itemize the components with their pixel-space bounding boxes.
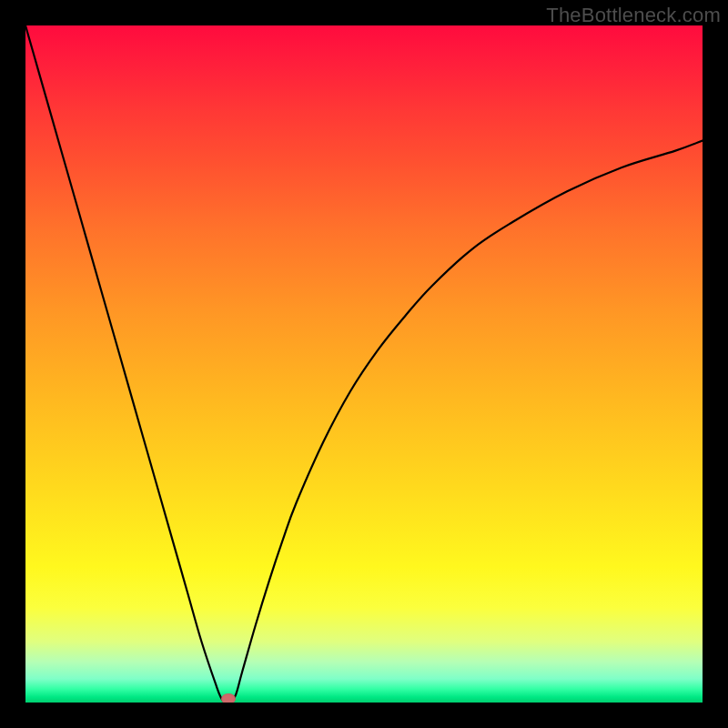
- chart-frame: TheBottleneck.com: [0, 0, 728, 728]
- watermark-text: TheBottleneck.com: [546, 4, 721, 27]
- plot-area: [25, 25, 703, 703]
- optimal-point-marker: [221, 693, 236, 703]
- gradient-background: [25, 25, 703, 703]
